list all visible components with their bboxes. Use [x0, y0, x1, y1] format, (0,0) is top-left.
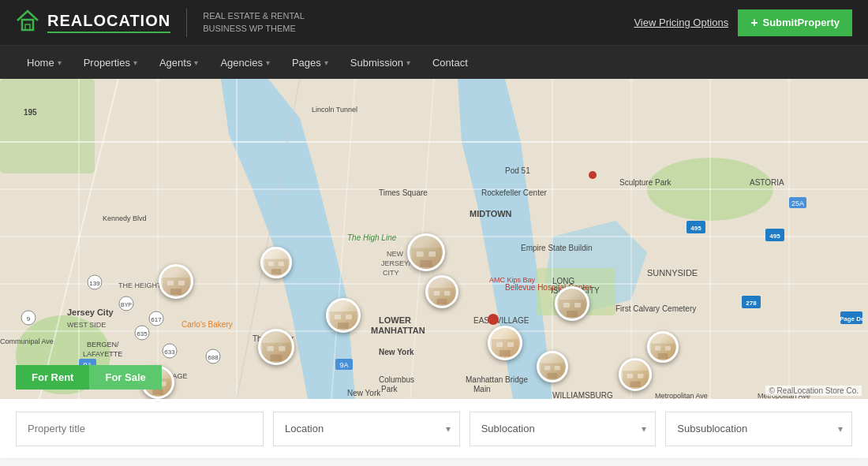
map-pin-5[interactable]	[258, 329, 294, 365]
svg-text:Sculpture Park: Sculpture Park	[619, 178, 672, 187]
svg-rect-125	[152, 390, 163, 396]
header-tagline: REAL ESTATE & RENTAL BUSINESS WP THEME	[203, 10, 305, 35]
svg-text:Times Square: Times Square	[379, 188, 428, 197]
map-pin-2[interactable]	[407, 233, 445, 271]
sublocation-select-wrapper: SublocationManhattanBrooklynQueensBronx …	[470, 412, 657, 446]
svg-text:Columbus: Columbus	[379, 375, 414, 384]
svg-text:Kennedy Blvd: Kennedy Blvd	[103, 214, 147, 222]
svg-text:AMC Kips Bay: AMC Kips Bay	[489, 276, 536, 284]
logo-area: REALOCATION	[16, 9, 170, 35]
svg-rect-132	[555, 366, 560, 370]
main-nav: Home ▾ Properties ▾ Agents ▾ Agencies ▾ …	[0, 46, 868, 79]
svg-text:New York: New York	[379, 348, 414, 356]
svg-text:BYP: BYP	[121, 302, 132, 308]
svg-rect-133	[548, 373, 558, 378]
map-pin-9[interactable]	[555, 286, 589, 321]
svg-rect-112	[444, 291, 451, 296]
nav-pages[interactable]: Pages ▾	[281, 46, 339, 79]
location-select[interactable]: LocationNew YorkLos AngelesChicagoHousto…	[273, 412, 460, 446]
svg-text:MIDTOWN: MIDTOWN	[470, 209, 512, 218]
svg-rect-139	[627, 374, 634, 378]
property-title-input[interactable]	[16, 412, 264, 446]
svg-rect-101	[170, 289, 181, 295]
svg-text:278: 278	[746, 300, 757, 307]
svg-text:9A: 9A	[339, 361, 348, 369]
map-pin-1[interactable]	[260, 247, 292, 278]
svg-text:9: 9	[27, 315, 31, 322]
nav-agents[interactable]: Agents ▾	[148, 46, 209, 79]
nav-home[interactable]: Home ▾	[16, 46, 73, 79]
chevron-down-icon: ▾	[58, 58, 62, 67]
nav-submission[interactable]: Submission ▾	[339, 46, 421, 79]
svg-text:688: 688	[208, 354, 219, 361]
svg-text:New York: New York	[347, 389, 381, 397]
subsublocation-select-wrapper: SubsublocationUpper East SideLower Manha…	[665, 412, 852, 446]
svg-text:495: 495	[769, 233, 780, 240]
svg-text:139: 139	[89, 280, 100, 287]
svg-rect-111	[434, 291, 440, 296]
map-pin-4[interactable]	[326, 298, 361, 333]
svg-rect-107	[417, 252, 424, 257]
svg-text:195: 195	[24, 108, 37, 117]
svg-text:WEST SIDE: WEST SIDE	[67, 321, 106, 329]
svg-text:WILLIAMSBURG: WILLIAMSBURG	[552, 391, 613, 399]
svg-text:Lincoln Tunnel: Lincoln Tunnel	[312, 106, 357, 114]
svg-rect-120	[279, 346, 285, 351]
nav-properties[interactable]: Properties ▾	[73, 46, 148, 79]
svg-rect-145	[658, 353, 668, 359]
svg-rect-105	[271, 269, 282, 274]
svg-rect-113	[436, 299, 447, 305]
svg-rect-109	[420, 260, 432, 267]
svg-rect-99	[167, 281, 174, 285]
svg-text:Empire State Buildin: Empire State Buildin	[521, 244, 593, 252]
site-header: REALOCATION REAL ESTATE & RENTAL BUSINES…	[0, 0, 868, 46]
map-pin-11[interactable]	[647, 331, 679, 363]
svg-text:The High Line: The High Line	[347, 233, 397, 242]
svg-rect-103	[268, 262, 274, 266]
svg-rect-140	[638, 374, 644, 378]
svg-rect-104	[279, 262, 284, 266]
view-pricing-button[interactable]: View Pricing Options	[634, 17, 728, 28]
svg-text:Metropolitan Ave: Metropolitan Ave	[655, 392, 708, 399]
for-rent-tab[interactable]: For Rent	[16, 365, 89, 390]
map-tabs: For Rent For Sale	[16, 365, 162, 390]
svg-rect-136	[574, 303, 581, 308]
submit-label: SubmitProperty	[762, 17, 840, 28]
subsublocation-select[interactable]: SubsublocationUpper East SideLower Manha…	[665, 412, 852, 446]
svg-rect-128	[507, 342, 514, 347]
map-pin-0[interactable]	[159, 264, 193, 299]
svg-rect-141	[630, 382, 640, 388]
svg-text:633: 633	[164, 349, 175, 356]
svg-text:LOWER: LOWER	[379, 315, 411, 325]
submit-property-button[interactable]: + SubmitProperty	[738, 9, 852, 36]
svg-text:Jersey City: Jersey City	[67, 308, 114, 317]
location-select-wrapper: LocationNew YorkLos AngelesChicagoHousto…	[273, 412, 460, 446]
map-pin-3[interactable]	[425, 275, 458, 308]
map-pin-7[interactable]	[488, 326, 522, 360]
svg-text:LAFAYETTE: LAFAYETTE	[83, 350, 122, 358]
svg-text:BERGEN/: BERGEN/	[87, 341, 119, 349]
svg-rect-119	[267, 346, 273, 351]
svg-text:MANHATTAN: MANHATTAN	[371, 326, 425, 335]
svg-text:First Calvary Cemetery: First Calvary Cemetery	[615, 304, 696, 313]
svg-text:617: 617	[151, 316, 162, 323]
svg-rect-115	[335, 315, 341, 319]
svg-text:Manhattan Bridge: Manhattan Bridge	[466, 375, 528, 384]
search-bar: LocationNew YorkLos AngelesChicagoHousto…	[0, 399, 868, 458]
chevron-down-icon: ▾	[406, 58, 410, 67]
svg-point-96	[589, 171, 597, 179]
svg-text:Page Dr: Page Dr	[840, 315, 863, 322]
svg-text:Carlo's Bakery: Carlo's Bakery	[181, 320, 233, 329]
svg-rect-4	[0, 79, 95, 173]
nav-contact[interactable]: Contact	[421, 46, 479, 79]
svg-rect-137	[567, 311, 578, 317]
sublocation-select[interactable]: SublocationManhattanBrooklynQueensBronx	[470, 412, 657, 446]
plus-icon: +	[750, 16, 758, 30]
nav-agencies[interactable]: Agencies ▾	[209, 46, 280, 79]
map-pin-10[interactable]	[619, 358, 652, 391]
for-sale-tab[interactable]: For Sale	[89, 365, 161, 390]
map-pin-8[interactable]	[537, 351, 568, 382]
svg-text:CITY: CITY	[383, 269, 399, 277]
svg-rect-117	[338, 322, 349, 329]
svg-rect-121	[271, 354, 282, 360]
